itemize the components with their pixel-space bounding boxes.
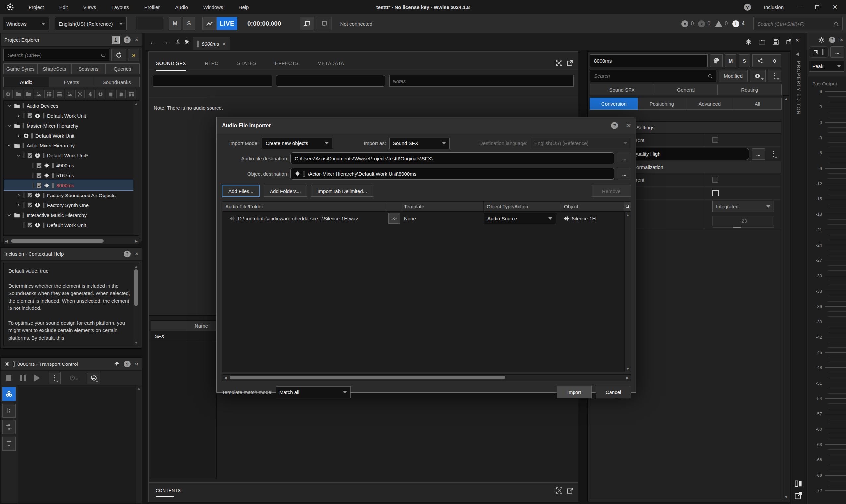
notes-field[interactable]: Notes [389,75,574,87]
solo-button[interactable]: S [739,54,750,67]
menu-views[interactable]: Views [83,4,96,10]
error-count-badge[interactable]: x0 [681,20,693,27]
tree-item-factory-synth-one[interactable]: Factory Synth One [4,200,139,210]
browse-object-destination-button[interactable]: ... [618,168,631,179]
sfx-tool-icon[interactable] [86,90,95,98]
states-list-icon[interactable] [2,403,16,417]
help-icon[interactable]: ? [124,251,130,257]
language-selector[interactable]: English(US) (Reference) [55,17,127,30]
inclusion-checkbox[interactable] [27,222,33,228]
contents-row-sfx[interactable]: SFX [151,331,216,341]
help-icon[interactable]: ? [829,37,835,43]
normalization-mode-select[interactable]: Integrated [712,201,774,212]
tree-item-default-work-unit[interactable]: Default Work Unit [4,220,139,230]
chevron-down-icon[interactable] [6,104,12,108]
panel-menu-button[interactable] [768,70,781,82]
proptab-conversion[interactable]: Conversion [590,98,638,110]
editor-tab-states[interactable]: STATES [237,60,257,71]
proptab-general[interactable]: General [654,84,718,95]
tree-item-4900ms[interactable]: 4900ms [4,160,139,170]
minimize-button[interactable] [797,7,802,7]
stop-icon[interactable] [6,375,11,381]
export-meter-icon[interactable] [813,49,819,55]
menu-windows[interactable]: Windows [203,4,224,10]
split-view-icon[interactable] [795,480,802,487]
collapse-left-icon[interactable] [796,52,799,56]
browse-audio-destination-button[interactable]: ... [618,153,631,164]
views-folder-icon[interactable] [759,39,765,45]
live-button[interactable]: LIVE [217,17,237,30]
tree-item-default-work-unit[interactable]: Default Work Unit [4,111,139,121]
tab-sessions[interactable]: Sessions [71,63,106,74]
folder-tool-icon[interactable] [14,90,23,98]
text-cursor-icon[interactable] [2,437,16,451]
global-search-input[interactable] [753,17,843,30]
property-search-input[interactable] [590,70,716,82]
help-vertical-scrollbar[interactable]: ▲▼ [133,264,139,346]
add-folders-button[interactable]: Add Folders... [264,185,307,197]
pause-icon[interactable] [20,375,25,381]
editor-tab-metadata[interactable]: METADATA [317,60,345,71]
expand-row-button[interactable]: >> [388,213,400,224]
column-header-object-type[interactable]: Object Type/Action [484,202,561,211]
close-icon[interactable]: × [135,37,138,43]
chevron-right-icon[interactable] [16,133,21,138]
import-tab-delimited-button[interactable]: Import Tab Delimited... [311,185,373,197]
more-chevrons-button[interactable]: » [128,49,139,61]
editor-tab-sound-sfx[interactable]: SOUND SFX [156,60,186,71]
property-vertical-scrollbar[interactable]: ▲ ▼ [783,95,789,500]
chevron-right-icon[interactable] [16,203,21,208]
close-icon[interactable]: × [135,361,138,367]
meter-mode-select[interactable]: Peak [809,61,844,72]
import-file-row[interactable]: D:\contribute\audioware-chedda-sce...\Si… [223,212,631,225]
timer-icon[interactable] [69,375,78,381]
maximize-view-icon[interactable] [556,487,562,494]
memory-tool-icon[interactable] [116,90,126,98]
cancel-button[interactable]: Cancel [596,386,631,398]
sliders-tool-icon[interactable] [34,90,43,98]
explorer-search-input[interactable] [3,49,109,61]
forward-icon[interactable]: → [162,37,169,46]
folder-open-tool-icon[interactable] [24,90,33,98]
template-match-mode-select[interactable]: Match all [276,386,351,398]
list-vertical-scrollbar[interactable]: ▲ ▼ [624,202,631,372]
chevron-right-icon[interactable] [16,114,21,118]
profiler-graph-button[interactable] [202,17,217,30]
platform-selector[interactable]: Windows [3,17,49,30]
column-header-audio-file[interactable]: Audio File/Folder [223,202,387,211]
list-search-icon[interactable] [624,202,631,212]
reset-button[interactable] [87,372,101,384]
transport-vertical-scrollbar[interactable]: ▲ [136,385,142,503]
bank-tool-icon[interactable] [106,90,116,98]
layout-star-icon[interactable] [745,39,752,45]
open-in-window-icon[interactable] [567,487,573,494]
tab-queries[interactable]: Queries [105,63,140,74]
override-parent-checkbox[interactable] [712,177,718,183]
grid-tool-icon[interactable] [45,90,54,98]
meter-more-button[interactable]: ... [830,47,844,58]
remote-platform-icon[interactable] [317,17,332,31]
info-count-badge[interactable]: i4 [732,20,744,27]
column-header-expand[interactable] [387,202,401,211]
add-files-button[interactable]: Add Files... [222,185,260,197]
recycle-view-icon[interactable] [175,39,181,45]
close-icon[interactable]: × [135,251,138,257]
import-button[interactable]: Import [557,386,592,398]
chevron-down-icon[interactable] [6,143,12,148]
tree-item-5167ms[interactable]: 5167ms [4,170,139,180]
save-icon[interactable] [773,39,779,45]
tab-game-syncs[interactable]: Game Syncs [3,63,38,74]
back-icon[interactable]: ← [149,37,157,46]
open-in-window-icon[interactable] [567,60,573,66]
proptab-positioning[interactable]: Positioning [638,98,686,110]
document-tab[interactable]: 8000ms ✕ [193,37,230,50]
tree-horizontal-scrollbar[interactable]: ◀▶ [3,238,139,244]
open-in-window-icon[interactable] [795,492,802,499]
references-button[interactable]: 0 [752,54,781,67]
workunit-tool-icon[interactable] [3,90,13,98]
mixer-tool-icon[interactable] [65,90,74,98]
menu-edit[interactable]: Edit [59,4,68,10]
warning-count-badge[interactable]: 0 [715,20,728,27]
editor-tab-rtpc[interactable]: RTPC [205,60,218,71]
override-parent-checkbox[interactable] [712,137,718,143]
